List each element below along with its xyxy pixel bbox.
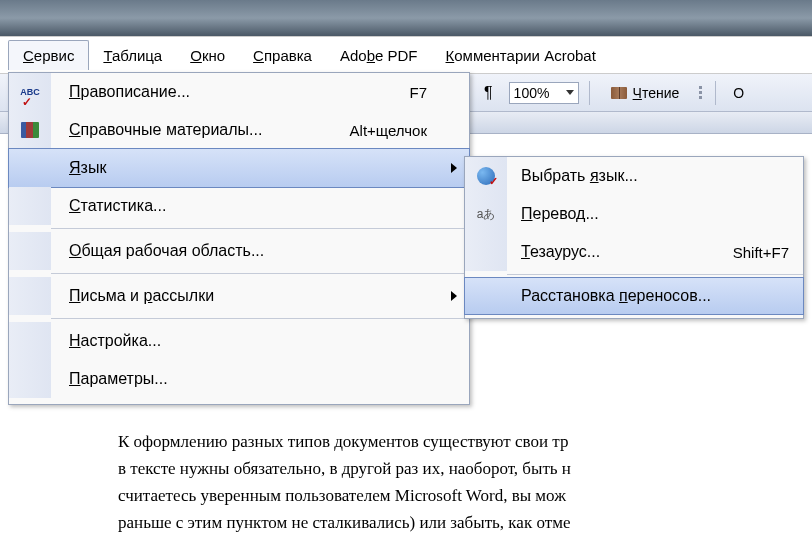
submenu-item-hyphenation[interactable]: Расстановка переносов... bbox=[464, 277, 804, 315]
doc-line: в тексте нужны обязательно, в другой раз… bbox=[118, 455, 812, 482]
doc-line: К оформлению разных типов документов сущ… bbox=[118, 428, 812, 455]
language-submenu: Выбрать язык... aあ Перевод... Тезаурус..… bbox=[464, 156, 804, 319]
zoom-combo[interactable]: 100% bbox=[509, 82, 579, 104]
menu-acrobat-comments[interactable]: Комментарии Acrobat bbox=[432, 41, 610, 70]
doc-line: считаетесь уверенным пользователем Micro… bbox=[118, 482, 812, 509]
menu-item-options[interactable]: Параметры... bbox=[9, 360, 469, 398]
menubar: Сервис Таблица Окно Справка Adobe PDF Ко… bbox=[0, 36, 812, 74]
document-body-text[interactable]: К оформлению разных типов документов сущ… bbox=[118, 428, 812, 536]
submenu-item-translate[interactable]: aあ Перевод... bbox=[465, 195, 803, 233]
menu-separator bbox=[51, 273, 469, 274]
menu-separator bbox=[507, 274, 803, 275]
menu-window[interactable]: Окно bbox=[176, 41, 239, 70]
menu-separator bbox=[51, 228, 469, 229]
menu-item-shared-workspace[interactable]: Общая рабочая область... bbox=[9, 232, 469, 270]
books-icon bbox=[21, 122, 39, 138]
menu-item-customize[interactable]: Настройка... bbox=[9, 322, 469, 360]
shortcut-label: Shift+F7 bbox=[733, 244, 803, 261]
submenu-item-set-language[interactable]: Выбрать язык... bbox=[465, 157, 803, 195]
menu-table[interactable]: Таблица bbox=[89, 41, 176, 70]
toolbar-options-handle[interactable] bbox=[697, 86, 705, 99]
menu-item-letters-mailings[interactable]: Письма и рассылки bbox=[9, 277, 469, 315]
shortcut-label: Alt+щелчок bbox=[350, 122, 469, 139]
menu-item-statistics[interactable]: Статистика... bbox=[9, 187, 469, 225]
toolbar-other[interactable]: О bbox=[729, 85, 744, 101]
window-titlebar bbox=[0, 0, 812, 36]
menu-item-language[interactable]: Язык bbox=[8, 148, 470, 188]
menu-separator bbox=[51, 318, 469, 319]
menu-help[interactable]: Справка bbox=[239, 41, 326, 70]
doc-line: раньше с этим пунктом не сталкивались) и… bbox=[118, 509, 812, 536]
translate-icon: aあ bbox=[477, 206, 496, 223]
submenu-arrow-icon bbox=[451, 291, 457, 301]
zoom-value: 100% bbox=[514, 85, 558, 101]
submenu-item-thesaurus[interactable]: Тезаурус... Shift+F7 bbox=[465, 233, 803, 271]
menu-item-research[interactable]: Справочные материалы... Alt+щелчок bbox=[9, 111, 469, 149]
submenu-arrow-icon bbox=[451, 163, 457, 173]
menu-item-spelling[interactable]: ABC Правописание... F7 bbox=[9, 73, 469, 111]
spellcheck-icon: ABC bbox=[20, 87, 40, 97]
service-dropdown: ABC Правописание... F7 Справочные матери… bbox=[8, 72, 470, 405]
chevron-down-icon bbox=[566, 90, 574, 95]
menu-adobe-pdf[interactable]: Adobe PDF bbox=[326, 41, 432, 70]
globe-check-icon bbox=[477, 167, 495, 185]
book-icon bbox=[611, 87, 627, 99]
menu-service[interactable]: Сервис bbox=[8, 40, 89, 70]
show-formatting-button[interactable]: ¶ bbox=[478, 84, 499, 102]
shortcut-label: F7 bbox=[409, 84, 469, 101]
reading-mode-button[interactable]: Чтение bbox=[603, 83, 688, 103]
